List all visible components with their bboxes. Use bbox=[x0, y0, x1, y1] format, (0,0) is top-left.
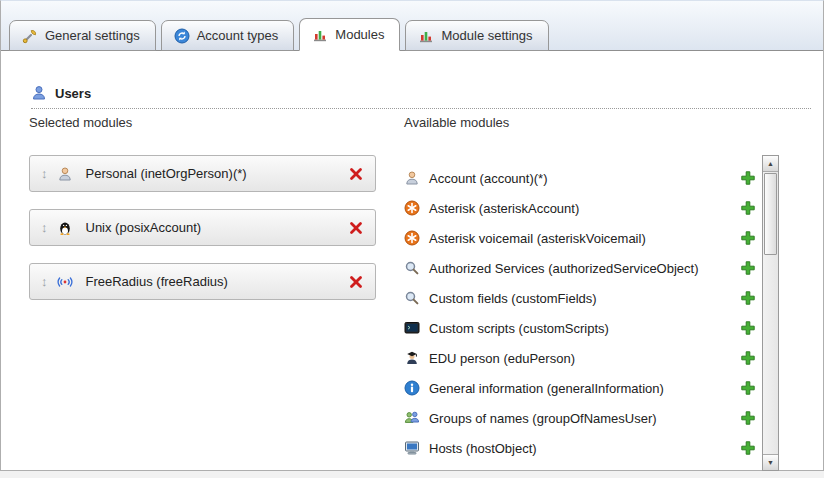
available-module-label: Asterisk (asteriskAccount) bbox=[429, 201, 740, 216]
user-icon bbox=[31, 85, 47, 101]
tab-label: Module settings bbox=[441, 28, 532, 43]
available-module-label: EDU person (eduPerson) bbox=[429, 351, 740, 366]
remove-module-button[interactable] bbox=[348, 274, 364, 290]
available-module-row: Groups of names (groupOfNamesUser) bbox=[404, 403, 756, 433]
selected-module-row[interactable]: ↕ FreeRadius (freeRadius) bbox=[29, 263, 376, 300]
asterisk-icon bbox=[404, 230, 420, 246]
config-window: General settings Account types Modules M… bbox=[0, 0, 824, 471]
available-module-label: Authorized Services (authorizedServiceOb… bbox=[429, 261, 740, 276]
available-module-label: Account (account)(*) bbox=[429, 171, 740, 186]
tab-account-types[interactable]: Account types bbox=[161, 20, 295, 51]
tab-general-settings[interactable]: General settings bbox=[9, 20, 156, 51]
selected-modules-heading: Selected modules bbox=[29, 115, 132, 130]
available-module-row: Asterisk (asteriskAccount) bbox=[404, 193, 756, 223]
add-module-button[interactable] bbox=[740, 410, 756, 426]
available-modules-list: Account (account)(*) Asterisk (asteriskA… bbox=[404, 163, 756, 463]
available-module-label: Custom scripts (customScripts) bbox=[429, 321, 740, 336]
drag-handle-icon[interactable]: ↕ bbox=[41, 275, 48, 288]
available-module-label: Asterisk voicemail (asteriskVoicemail) bbox=[429, 231, 740, 246]
modules-panel: Users Selected modules Available modules… bbox=[1, 51, 823, 470]
tab-bar: General settings Account types Modules M… bbox=[1, 1, 823, 51]
add-module-button[interactable] bbox=[740, 380, 756, 396]
add-module-button[interactable] bbox=[740, 260, 756, 276]
add-module-button[interactable] bbox=[740, 440, 756, 456]
selected-module-label: FreeRadius (freeRadius) bbox=[86, 274, 349, 289]
drag-handle-icon[interactable]: ↕ bbox=[41, 167, 48, 180]
computer-icon bbox=[404, 440, 420, 456]
selected-modules-list: ↕ Personal (inetOrgPerson)(*) ↕ Unix (po… bbox=[29, 155, 376, 317]
scroll-down-button[interactable]: ▼ bbox=[763, 454, 778, 470]
scroll-up-button[interactable]: ▲ bbox=[763, 156, 778, 172]
add-module-button[interactable] bbox=[740, 200, 756, 216]
available-module-label: Groups of names (groupOfNamesUser) bbox=[429, 411, 740, 426]
available-module-row: Authorized Services (authorizedServiceOb… bbox=[404, 253, 756, 283]
antenna-icon bbox=[57, 274, 73, 290]
person-icon bbox=[57, 166, 73, 182]
tools-icon bbox=[22, 28, 38, 44]
add-module-button[interactable] bbox=[740, 290, 756, 306]
available-modules-scrollbar[interactable]: ▲ ▼ bbox=[762, 155, 779, 471]
tab-label: Modules bbox=[335, 27, 384, 42]
terminal-icon bbox=[404, 320, 420, 336]
available-modules-heading: Available modules bbox=[404, 115, 509, 130]
available-module-label: General information (generalInformation) bbox=[429, 381, 740, 396]
available-module-label: Custom fields (customFields) bbox=[429, 291, 740, 306]
available-module-row: Custom fields (customFields) bbox=[404, 283, 756, 313]
remove-module-button[interactable] bbox=[348, 166, 364, 182]
tab-label: Account types bbox=[197, 28, 279, 43]
graduate-icon bbox=[404, 350, 420, 366]
tab-module-settings[interactable]: Module settings bbox=[405, 20, 548, 51]
selected-module-label: Personal (inetOrgPerson)(*) bbox=[86, 166, 349, 181]
info-icon bbox=[404, 380, 420, 396]
remove-module-button[interactable] bbox=[348, 220, 364, 236]
available-module-label: Hosts (hostObject) bbox=[429, 441, 740, 456]
add-module-button[interactable] bbox=[740, 350, 756, 366]
available-module-row: Asterisk voicemail (asteriskVoicemail) bbox=[404, 223, 756, 253]
tux-icon bbox=[57, 220, 73, 236]
tab-modules[interactable]: Modules bbox=[299, 18, 400, 51]
available-module-row: Account (account)(*) bbox=[404, 163, 756, 193]
scrollbar-thumb[interactable] bbox=[764, 173, 777, 255]
asterisk-icon bbox=[404, 200, 420, 216]
selected-module-row[interactable]: ↕ Unix (posixAccount) bbox=[29, 209, 376, 246]
group-icon bbox=[404, 410, 420, 426]
selected-module-label: Unix (posixAccount) bbox=[86, 220, 349, 235]
magnifier-icon bbox=[404, 260, 420, 276]
add-module-button[interactable] bbox=[740, 170, 756, 186]
section-users-heading: Users bbox=[31, 85, 811, 109]
sync-icon bbox=[174, 28, 190, 44]
section-title: Users bbox=[55, 86, 91, 101]
tab-label: General settings bbox=[45, 28, 140, 43]
add-module-button[interactable] bbox=[740, 230, 756, 246]
add-module-button[interactable] bbox=[740, 320, 756, 336]
available-module-row: Hosts (hostObject) bbox=[404, 433, 756, 463]
available-module-row: EDU person (eduPerson) bbox=[404, 343, 756, 373]
available-module-row: Custom scripts (customScripts) bbox=[404, 313, 756, 343]
magnifier-icon bbox=[404, 290, 420, 306]
bar-chart-icon bbox=[312, 27, 328, 43]
bar-chart-icon bbox=[418, 28, 434, 44]
available-module-row: General information (generalInformation) bbox=[404, 373, 756, 403]
drag-handle-icon[interactable]: ↕ bbox=[41, 221, 48, 234]
person-icon bbox=[404, 170, 420, 186]
selected-module-row[interactable]: ↕ Personal (inetOrgPerson)(*) bbox=[29, 155, 376, 192]
